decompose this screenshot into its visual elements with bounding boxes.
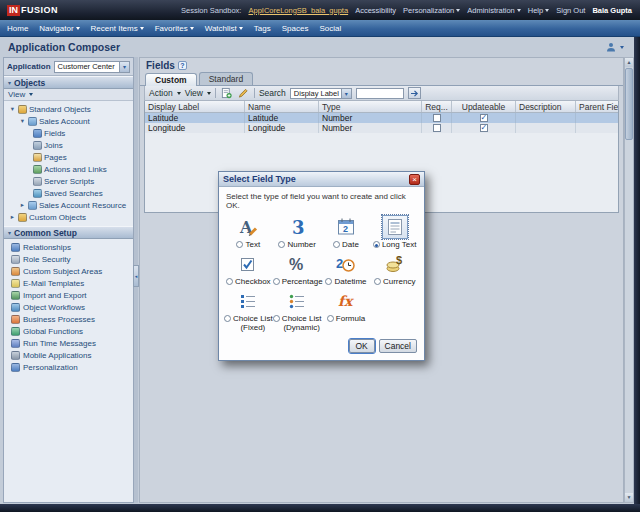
scrollbar-thumb[interactable] [625,68,633,140]
tree-item-sales-account[interactable]: Sales Account [4,115,133,127]
expand-toggle-icon[interactable] [9,213,16,221]
session-sandbox-link[interactable]: AppICoreLongSB_bala_gupta [248,6,348,15]
tree-item-saved-searches[interactable]: Saved Searches [4,187,133,199]
field-type-option-currency[interactable]: $ Currency [370,252,419,286]
radio-datetime[interactable] [325,278,332,285]
common-setup-import-export[interactable]: Import and Export [4,289,133,301]
nav-social[interactable]: Social [319,24,341,33]
tab-custom[interactable]: Custom [145,73,197,86]
radio-long-text[interactable] [373,241,380,248]
nav-favorites[interactable]: Favorites [155,24,194,33]
close-icon[interactable]: × [409,174,420,185]
common-setup-mobile-applications[interactable]: Mobile Applications [4,349,133,361]
radio-choice-list-dynamic[interactable] [273,315,280,322]
search-go-button[interactable] [408,87,421,99]
common-setup-role-security[interactable]: Role Security [4,253,133,265]
user-icon[interactable] [606,42,624,52]
nav-watchlist[interactable]: Watchlist [205,24,243,33]
field-type-option-formula[interactable]: fx Formula [322,289,371,332]
column-header-display-label[interactable]: Display Label [145,101,245,112]
field-type-option-choice-list-fixed[interactable]: Choice List (Fixed) [224,289,273,332]
accessibility-link[interactable]: Accessibility [355,6,396,15]
expand-toggle-icon[interactable] [19,117,26,125]
column-header-type[interactable]: Type [319,101,422,112]
tree-item-server-scripts[interactable]: Server Scripts [4,175,133,187]
nav-recent-items[interactable]: Recent Items [91,24,144,33]
tree-view-menu[interactable]: View [8,90,33,99]
help-menu[interactable]: Help [528,6,549,15]
search-input[interactable] [356,88,404,99]
common-setup-email-templates[interactable]: E-Mail Templates [4,277,133,289]
personalization-menu[interactable]: Personalization [403,6,460,15]
tree-item-actions-and-links[interactable]: Actions and Links [4,163,133,175]
common-setup-personalization[interactable]: Personalization [4,361,133,373]
expand-toggle-icon[interactable] [9,105,16,113]
radio-number[interactable] [278,241,285,248]
field-type-option-datetime[interactable]: 2 Datetime [322,252,371,286]
table-row-latitude[interactable]: Latitude Latitude Number [145,113,618,123]
field-type-option-long-text[interactable]: Long Text [370,215,419,249]
column-header-updateable[interactable]: Updateable [452,101,516,112]
updateable-checkbox [480,124,488,132]
chevron-down-icon [190,27,194,30]
radio-date[interactable] [333,241,340,248]
tab-standard[interactable]: Standard [199,72,254,85]
dialog-title-bar[interactable]: Select Field Type × [219,172,424,187]
help-icon[interactable]: ? [178,61,187,70]
common-setup-panel-header[interactable]: ▾ Common Setup [4,226,133,239]
column-header-name[interactable]: Name [245,101,319,112]
scroll-up-icon[interactable]: ▲ [625,58,633,67]
objects-panel-header[interactable]: ▾ Objects [4,76,133,89]
application-window: IN FUSION Session Sandbox: AppICoreLongS… [0,0,640,512]
folder-icon [18,213,27,222]
column-header-parent-field[interactable]: Parent Field [576,101,618,112]
tree-item-standard-objects[interactable]: Standard Objects [4,103,133,115]
tree-item-fields[interactable]: Fields [4,127,133,139]
common-setup-business-processes[interactable]: Business Processes [4,313,133,325]
nav-tags[interactable]: Tags [254,24,271,33]
common-setup-custom-subject-areas[interactable]: Custom Subject Areas [4,265,133,277]
nav-navigator[interactable]: Navigator [39,24,79,33]
radio-currency[interactable] [374,278,381,285]
ok-button[interactable]: OK [349,339,375,353]
create-field-button[interactable] [220,87,233,100]
view-menu[interactable]: View [185,88,211,98]
infusion-logo: IN FUSION [7,5,58,16]
radio-text[interactable] [236,241,243,248]
application-select[interactable]: Customer Center ▾ [54,61,130,73]
tree-item-joins[interactable]: Joins [4,139,133,151]
tree-item-pages[interactable]: Pages [4,151,133,163]
column-header-description[interactable]: Description [516,101,576,112]
field-type-option-number[interactable]: 3 Number [273,215,322,249]
radio-percentage[interactable] [273,278,280,285]
field-type-option-date[interactable]: 2 Date [322,215,371,249]
field-type-option-choice-list-dynamic[interactable]: Choice List (Dynamic) [273,289,322,332]
table-row-longitude[interactable]: Longitude Longitude Number [145,123,618,133]
svg-text:$: $ [396,254,402,266]
expand-toggle-icon[interactable] [19,201,26,209]
administration-menu[interactable]: Administration [467,6,521,15]
nav-home[interactable]: Home [7,24,28,33]
cancel-button[interactable]: Cancel [379,339,417,353]
search-column-select[interactable]: Display Label ▾ [290,88,352,99]
edit-field-button[interactable] [237,87,250,100]
page-title: Application Composer [8,41,120,53]
common-setup-object-workflows[interactable]: Object Workflows [4,301,133,313]
nav-spaces[interactable]: Spaces [282,24,309,33]
common-setup-global-functions[interactable]: Global Functions [4,325,133,337]
vertical-scrollbar[interactable]: ▲ ▼ [624,57,634,503]
radio-checkbox[interactable] [226,278,233,285]
sign-out-link[interactable]: Sign Out [556,6,585,15]
common-setup-run-time-messages[interactable]: Run Time Messages [4,337,133,349]
radio-choice-list-fixed[interactable] [224,315,231,322]
field-type-option-percentage[interactable]: % Percentage [273,252,322,286]
radio-formula[interactable] [327,315,334,322]
field-type-option-text[interactable]: A Text [224,215,273,249]
tree-item-sales-account-resource[interactable]: Sales Account Resource [4,199,133,211]
column-header-required[interactable]: Req... [422,101,452,112]
tree-item-custom-objects[interactable]: Custom Objects [4,211,133,223]
scroll-down-icon[interactable]: ▼ [625,493,633,502]
common-setup-relationships[interactable]: Relationships [4,241,133,253]
field-type-option-checkbox[interactable]: Checkbox [224,252,273,286]
action-menu[interactable]: Action [149,88,181,98]
